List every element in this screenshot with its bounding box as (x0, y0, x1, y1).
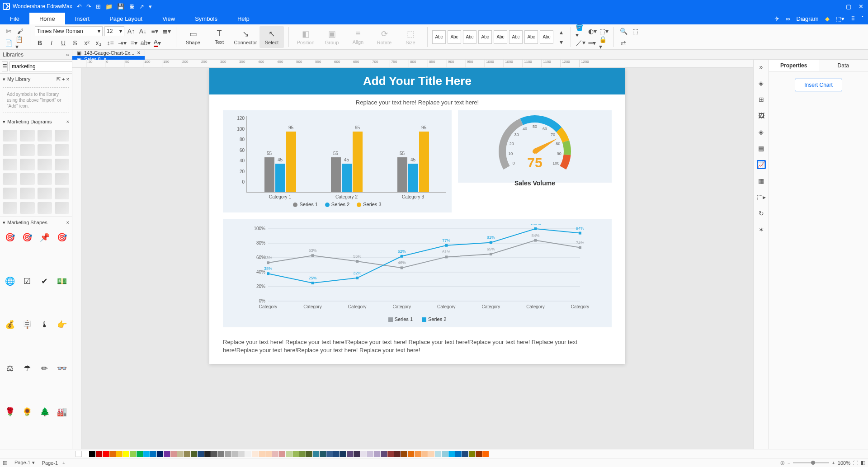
rotate-button[interactable]: ⟳Rotate (372, 26, 396, 48)
color-swatch[interactable] (326, 451, 333, 457)
color-swatch[interactable] (116, 451, 123, 457)
shape-thumb[interactable] (3, 188, 17, 199)
lock-icon[interactable]: 🔒▾ (599, 38, 609, 48)
font-size-select[interactable]: 12▾ (104, 26, 124, 36)
diamond-icon[interactable]: ◆ (825, 15, 830, 22)
fullscreen-icon[interactable]: ⛶ (853, 460, 858, 466)
shape-thumb[interactable]: 📌 (38, 231, 52, 244)
color-swatch[interactable] (96, 451, 102, 457)
increase-font-icon[interactable]: A↑ (126, 26, 136, 36)
highlight-icon[interactable]: ab▾ (141, 38, 151, 48)
color-swatch[interactable] (252, 451, 258, 457)
italic-icon[interactable]: I (47, 38, 57, 48)
copy-icon[interactable]: 📄 (4, 38, 14, 48)
group-button[interactable]: ▣Group (320, 26, 344, 48)
shape-thumb[interactable] (55, 159, 69, 170)
style-swatch[interactable]: Abc (463, 30, 476, 44)
shape-thumb[interactable] (20, 173, 34, 185)
shape-thumb[interactable]: ☂ (20, 362, 34, 375)
zoom-out-icon[interactable]: − (788, 460, 790, 466)
style-gallery[interactable]: AbcAbcAbcAbcAbcAbcAbcAbc (432, 30, 553, 44)
style-swatch[interactable]: Abc (432, 30, 446, 44)
shape-button[interactable]: ▭Shape (181, 26, 205, 48)
line-color-icon[interactable]: ／▾ (576, 38, 585, 48)
shadow-icon[interactable]: ◐▾ (587, 26, 597, 36)
color-swatch[interactable] (476, 451, 482, 457)
import-icon[interactable]: ⇱ (57, 76, 61, 82)
color-swatch[interactable] (435, 451, 441, 457)
connector-button[interactable]: ↘Connector (233, 26, 258, 48)
color-swatch[interactable] (374, 451, 380, 457)
text-button[interactable]: TText (207, 26, 231, 48)
color-swatch[interactable] (164, 451, 170, 457)
style-swatch[interactable]: Abc (509, 30, 523, 44)
diagram-label[interactable]: Diagram (797, 15, 819, 22)
line-style-icon[interactable]: ═▾ (587, 38, 597, 48)
shape-thumb[interactable] (3, 159, 17, 170)
library-menu-icon[interactable]: ☰ (2, 61, 8, 71)
shape-thumb[interactable] (20, 159, 34, 170)
page-title[interactable]: Add Your Title Here (209, 68, 625, 94)
fit-icon[interactable]: ◎ (780, 460, 785, 466)
search-input[interactable] (9, 61, 72, 71)
close-tab-icon[interactable]: × (137, 50, 140, 56)
color-swatch[interactable] (204, 451, 211, 457)
position-button[interactable]: ◧Position (293, 26, 318, 48)
shape-thumb[interactable]: 👓 (55, 362, 69, 375)
color-swatch[interactable] (245, 451, 251, 457)
color-swatch[interactable] (211, 451, 217, 457)
share-icon[interactable]: ∞ (786, 15, 790, 22)
crosshair-icon[interactable]: ✶ (757, 225, 766, 234)
color-swatch[interactable] (109, 451, 116, 457)
align-h-icon[interactable]: ≡▾ (129, 38, 139, 48)
tab-data[interactable]: Data (819, 60, 868, 71)
close-section-icon[interactable]: × (66, 76, 69, 82)
fill-icon[interactable]: 🪣▾ (576, 26, 585, 36)
shape-thumb[interactable] (38, 130, 52, 142)
chart-icon[interactable]: 📈 (757, 160, 766, 169)
save-icon[interactable]: 💾 (117, 3, 124, 10)
style-swatch[interactable]: Abc (524, 30, 538, 44)
style-up-icon[interactable]: ▴ (556, 27, 566, 37)
color-swatch[interactable] (313, 451, 319, 457)
strike-icon[interactable]: S (70, 38, 80, 48)
color-swatch[interactable] (421, 451, 428, 457)
shape-thumb[interactable]: ⚖ (3, 362, 17, 375)
color-swatch[interactable] (428, 451, 434, 457)
shape-thumb[interactable]: 🎯 (20, 231, 34, 244)
color-swatch[interactable] (191, 451, 197, 457)
shape-thumb[interactable]: 🌹 (3, 405, 17, 419)
shape-thumb[interactable] (20, 202, 34, 214)
color-swatch[interactable] (401, 451, 407, 457)
indent-icon[interactable]: ⇥▾ (117, 38, 127, 48)
page-list-icon[interactable]: ▥ (3, 460, 7, 466)
style-swatch[interactable]: Abc (494, 30, 507, 44)
expand-rail-icon[interactable]: » (757, 62, 766, 71)
layers-icon[interactable]: ◈ (757, 127, 766, 137)
maximize-icon[interactable]: ▢ (846, 3, 851, 10)
menu-insert[interactable]: Insert (65, 13, 100, 24)
no-fill-swatch[interactable] (75, 451, 82, 457)
shape-thumb[interactable] (55, 188, 69, 199)
color-swatch[interactable] (408, 451, 414, 457)
color-swatch[interactable] (150, 451, 156, 457)
color-swatch[interactable] (279, 451, 285, 457)
line-spacing-icon[interactable]: ↕≡ (105, 38, 115, 48)
font-family-select[interactable]: Times New Roman▾ (35, 26, 103, 36)
print-icon[interactable]: 🖶 (129, 3, 135, 10)
bullets-icon[interactable]: ≣▾ (161, 26, 171, 36)
color-swatch[interactable] (347, 451, 353, 457)
color-swatch[interactable] (394, 451, 401, 457)
redo-icon[interactable]: ↷ (86, 3, 91, 10)
shape-thumb[interactable]: 🏭 (55, 405, 69, 419)
shape-thumb[interactable] (20, 188, 34, 199)
color-swatch[interactable] (387, 451, 394, 457)
shape-thumb[interactable]: 👉 (55, 318, 69, 331)
superscript-icon[interactable]: x² (82, 38, 92, 48)
style-swatch[interactable]: Abc (540, 30, 553, 44)
align-button[interactable]: ≡Align (346, 26, 370, 48)
new-icon[interactable]: ⊞ (96, 3, 101, 10)
shape-thumb[interactable]: 🎯 (55, 231, 69, 244)
page-props-icon[interactable]: ▤ (757, 144, 766, 153)
align-top-icon[interactable]: ≡▾ (150, 26, 160, 36)
